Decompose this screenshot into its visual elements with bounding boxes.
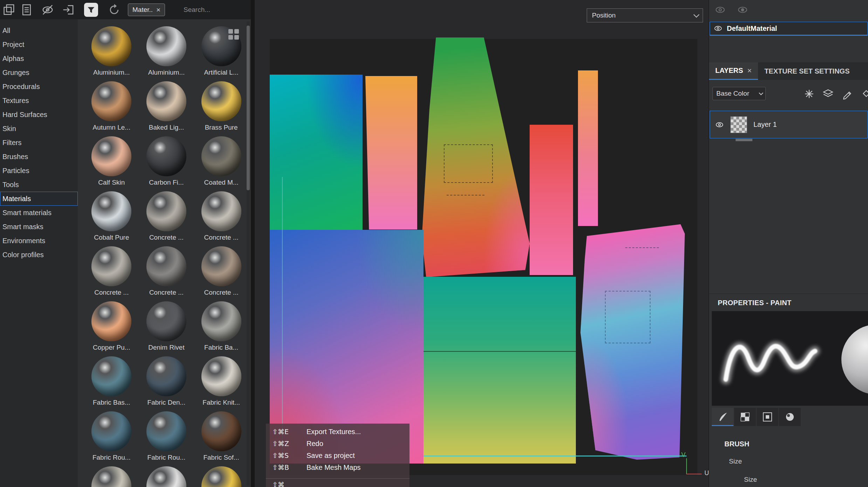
channel-dropdown[interactable]: Base Color bbox=[712, 87, 766, 100]
material-label: Fabric Knit... bbox=[202, 399, 240, 406]
material-item[interactable]: Carbon Fi... bbox=[140, 136, 193, 191]
eye-icon[interactable] bbox=[715, 4, 726, 15]
new-project-icon[interactable] bbox=[3, 4, 15, 16]
material-item[interactable]: Fabric Den... bbox=[140, 356, 193, 411]
hide-ui-icon[interactable] bbox=[41, 4, 54, 16]
shelf-scrollbar[interactable] bbox=[247, 21, 250, 486]
context-menu-item[interactable]: ⇧⌘ bbox=[266, 478, 409, 487]
material-item[interactable]: Brass Pure bbox=[195, 81, 248, 136]
material-label: Aluminium... bbox=[148, 69, 185, 76]
context-menu-item[interactable]: ⇧⌘Z Redo bbox=[266, 438, 409, 450]
exit-icon[interactable] bbox=[62, 4, 75, 16]
sidebar-item[interactable]: Tools bbox=[0, 178, 78, 192]
material-item[interactable]: Fabric Knit... bbox=[195, 356, 248, 411]
sidebar-item[interactable]: Hard Surfaces bbox=[0, 108, 78, 122]
material-item[interactable]: Concrete ... bbox=[195, 246, 248, 301]
sidebar-item[interactable]: Environments bbox=[0, 234, 78, 248]
material-item[interactable] bbox=[195, 466, 248, 487]
material-item[interactable]: Copper Pu... bbox=[85, 301, 138, 356]
layer-visibility-eye-icon[interactable] bbox=[715, 120, 724, 129]
uv-seam-line bbox=[423, 351, 576, 352]
position-dropdown[interactable]: Position bbox=[587, 8, 703, 22]
material-item[interactable]: Fabric Sof... bbox=[195, 411, 248, 466]
sidebar-item[interactable]: Filters bbox=[0, 136, 78, 150]
stencil-tab-icon[interactable] bbox=[757, 408, 778, 426]
material-item[interactable]: Autumn Le... bbox=[85, 81, 138, 136]
material-item[interactable]: Fabric Rou... bbox=[85, 411, 138, 466]
sidebar-item[interactable]: Particles bbox=[0, 164, 78, 178]
sidebar-item[interactable]: Textures bbox=[0, 94, 78, 108]
sidebar-item[interactable]: Project bbox=[0, 37, 78, 52]
brush-tab-icon[interactable] bbox=[712, 408, 733, 426]
fill-icon[interactable] bbox=[860, 88, 868, 100]
tab-texture-set-settings[interactable]: TEXTURE SET SETTINGS bbox=[758, 62, 856, 80]
material-thumbnail bbox=[91, 26, 131, 66]
context-menu-item[interactable]: ⇧⌘S Save as project bbox=[266, 450, 409, 461]
grid-square bbox=[228, 29, 233, 34]
sidebar-item[interactable]: Smart masks bbox=[0, 220, 78, 234]
channel-dropdown-label: Base Color bbox=[716, 90, 749, 97]
material-item[interactable]: Calf Skin bbox=[85, 136, 138, 191]
uv-2d-view[interactable]: V U Position ⇧⌘E Export Textures... ⇧⌘Z … bbox=[255, 0, 709, 487]
sidebar-item[interactable]: Brushes bbox=[0, 150, 78, 164]
context-menu-item[interactable]: ⇧⌘B Bake Mesh Maps bbox=[266, 461, 409, 473]
material-label: Aluminium... bbox=[93, 69, 130, 76]
sidebar-item[interactable]: All bbox=[0, 23, 78, 37]
document-icon[interactable] bbox=[20, 4, 33, 16]
close-icon[interactable]: × bbox=[747, 66, 752, 75]
material-item[interactable]: Artificial L... bbox=[195, 26, 248, 81]
properties-tab-strip bbox=[712, 408, 801, 426]
texture-set-row[interactable]: DefaultMaterial bbox=[710, 22, 868, 36]
material-item[interactable]: Cobalt Pure bbox=[85, 191, 138, 246]
material-item[interactable]: Fabric Ba... bbox=[195, 301, 248, 356]
material-thumbnail bbox=[91, 411, 131, 451]
pencil-icon[interactable] bbox=[842, 88, 853, 100]
texture-set-name: DefaultMaterial bbox=[727, 25, 777, 33]
context-menu-item[interactable]: ⇧⌘E Export Textures... bbox=[266, 426, 409, 438]
layer-stack-icon[interactable] bbox=[822, 88, 834, 100]
filter-icon[interactable] bbox=[84, 3, 98, 17]
properties-header: PROPERTIES - PAINT bbox=[709, 294, 868, 307]
material-item[interactable]: Baked Lig... bbox=[140, 81, 193, 136]
sidebar-item[interactable]: Smart materials bbox=[0, 206, 78, 220]
layer-row[interactable]: Layer 1 bbox=[710, 111, 868, 138]
search-input[interactable] bbox=[184, 4, 247, 15]
sidebar-item[interactable]: Grunges bbox=[0, 66, 78, 80]
eye-outline-icon[interactable] bbox=[737, 4, 748, 15]
material-item[interactable] bbox=[140, 466, 193, 487]
eye-icon[interactable] bbox=[714, 24, 723, 33]
material-item[interactable]: Concrete ... bbox=[140, 246, 193, 301]
material-sphere-icon[interactable] bbox=[779, 408, 801, 426]
sidebar-item[interactable]: Materials bbox=[0, 192, 78, 206]
material-item[interactable]: Aluminium... bbox=[140, 26, 193, 81]
sidebar-item[interactable]: Skin bbox=[0, 122, 78, 136]
uv-grid-vertical-line bbox=[282, 177, 283, 464]
material-item[interactable]: Concrete ... bbox=[140, 191, 193, 246]
material-label: Fabric Bas... bbox=[93, 399, 130, 406]
material-label: Coated M... bbox=[204, 179, 239, 186]
sidebar-item[interactable]: Alphas bbox=[0, 52, 78, 66]
scrollbar-thumb[interactable] bbox=[247, 26, 250, 190]
particles-icon[interactable] bbox=[804, 88, 815, 100]
material-item[interactable]: Denim Rivet bbox=[140, 301, 193, 356]
material-item[interactable]: Concrete ... bbox=[195, 191, 248, 246]
material-item[interactable]: Concrete ... bbox=[85, 246, 138, 301]
sidebar-item[interactable]: Color profiles bbox=[0, 248, 78, 262]
material-item[interactable] bbox=[85, 466, 138, 487]
checker-tab-icon[interactable] bbox=[734, 408, 756, 426]
material-item[interactable]: Fabric Rou... bbox=[140, 411, 193, 466]
grid-view-icon[interactable] bbox=[228, 29, 240, 40]
tab-layers[interactable]: LAYERS × bbox=[709, 62, 758, 80]
material-thumbnail bbox=[146, 26, 186, 66]
close-icon[interactable]: × bbox=[156, 6, 160, 14]
uv-island bbox=[365, 76, 417, 229]
material-thumbnail bbox=[146, 411, 186, 451]
material-thumbnail bbox=[201, 191, 241, 231]
material-item[interactable]: Coated M... bbox=[195, 136, 248, 191]
filter-chip-materials[interactable]: Mater.. × bbox=[128, 4, 165, 16]
material-item[interactable]: Fabric Bas... bbox=[85, 356, 138, 411]
sidebar-item-label: Textures bbox=[2, 97, 29, 104]
refresh-icon[interactable] bbox=[108, 4, 120, 16]
sidebar-item[interactable]: Procedurals bbox=[0, 80, 78, 94]
material-item[interactable]: Aluminium... bbox=[85, 26, 138, 81]
